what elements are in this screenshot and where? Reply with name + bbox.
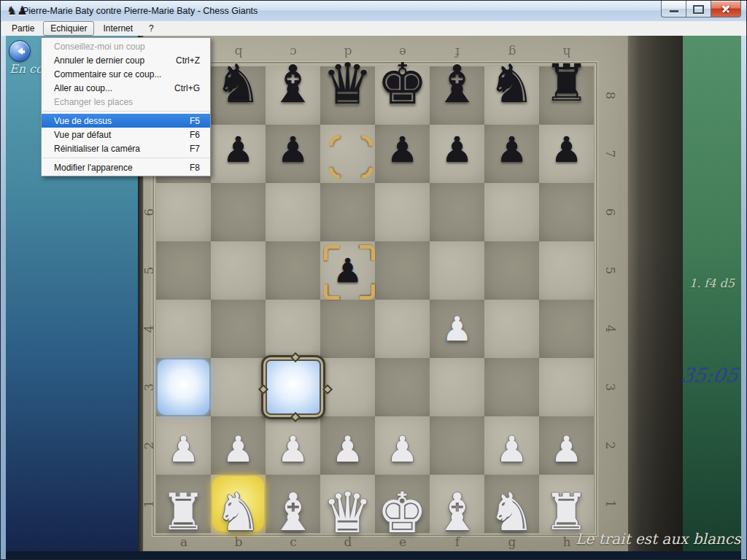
close-button[interactable]	[711, 1, 741, 18]
caption-buttons	[661, 1, 741, 17]
menu-item-shortcut: F6	[190, 130, 200, 140]
menu-item-vue-par-defaut[interactable]: Vue par défautF6	[42, 128, 210, 141]
menu-item-echanger-les-places: Echanger les places	[42, 95, 210, 109]
piece-black-pawn-d5[interactable]: ♟	[320, 241, 375, 300]
title-bar[interactable]: ♞♟ Pierre-Marie Baty contre Pierre-Marie…	[1, 1, 746, 22]
menu-item-aller-au-coup[interactable]: Aller au coup...Ctrl+G	[42, 81, 210, 95]
piece-black-pawn-h7[interactable]: ♟	[538, 119, 596, 181]
hovered-move-square-frame-c3[interactable]	[261, 355, 325, 419]
piece-white-pawn-b2[interactable]: ♟	[209, 419, 268, 481]
square-a6[interactable]	[156, 183, 211, 241]
window-border-left	[1, 21, 6, 560]
square-c6[interactable]	[266, 183, 320, 241]
square-e6[interactable]	[375, 183, 430, 241]
square-b5[interactable]	[211, 241, 266, 300]
square-c4[interactable]	[266, 300, 320, 358]
piece-black-pawn-e7[interactable]: ♟	[374, 119, 432, 181]
menu-separator	[42, 111, 209, 112]
piece-black-pawn-c7[interactable]: ♟	[264, 119, 322, 181]
square-h3[interactable]	[539, 358, 594, 416]
square-b4[interactable]	[211, 300, 266, 358]
menubar-item-internet[interactable]: Internet	[96, 21, 140, 36]
menu-item-label: Réinitialiser la caméra	[54, 144, 177, 154]
menu-item-commentaire-sur-ce-coup[interactable]: Commentaire sur ce coup...	[42, 67, 210, 81]
menu-item-vue-de-dessus[interactable]: Vue de dessusF5	[42, 114, 210, 128]
piece-white-pawn-c2[interactable]: ♟	[264, 419, 322, 481]
rank-label-right-2: 2	[602, 437, 619, 454]
piece-black-pawn-g7[interactable]: ♟	[483, 119, 541, 181]
square-e5[interactable]	[375, 241, 430, 300]
menu-item-label: Commentaire sur ce coup...	[54, 69, 187, 79]
piece-white-pawn-f4[interactable]: ♟	[430, 300, 484, 358]
square-h6[interactable]	[539, 183, 594, 241]
square-d6[interactable]	[320, 183, 375, 241]
square-a4[interactable]	[156, 300, 211, 358]
minimize-icon	[670, 10, 678, 12]
menu-item-label: Aller au coup...	[54, 83, 161, 93]
square-b6[interactable]	[211, 183, 266, 241]
menubar-item-echiquier[interactable]: Echiquier	[43, 21, 94, 36]
menu-item-conseillez-moi-un-coup: Conseillez-moi un coup	[42, 39, 210, 53]
rank-label-right-7: 7	[602, 145, 619, 163]
back-arrow-icon-bar	[19, 50, 25, 53]
window-title: Pierre-Marie Baty contre Pierre-Marie Ba…	[23, 6, 258, 16]
square-g5[interactable]	[484, 241, 539, 300]
maximize-icon	[693, 5, 704, 14]
rank-label-right-6: 6	[602, 203, 619, 221]
rank-label-left-4: 4	[140, 320, 158, 338]
menu-item-reinitialiser-la-camera[interactable]: Réinitialiser la caméraF7	[42, 141, 210, 155]
menubar-item-aide[interactable]: ?	[142, 21, 161, 36]
menu-bar: PartieEchiquierInternet?	[1, 21, 747, 36]
square-f6[interactable]	[430, 183, 484, 241]
menu-item-label: Modifier l'apparence	[54, 163, 177, 173]
menubar-item-partie[interactable]: Partie	[4, 21, 42, 36]
piece-black-pawn-f7[interactable]: ♟	[428, 119, 487, 181]
square-d4[interactable]	[320, 300, 375, 358]
square-h5[interactable]	[539, 241, 594, 300]
app-window: aabbccddeeffgghh1122334455667788♜♞♝♛♚♝♞♜…	[0, 0, 747, 560]
square-h4[interactable]	[539, 300, 594, 358]
rank-label-left-5: 5	[140, 262, 158, 279]
piece-white-rook-h1[interactable]: ♜	[532, 475, 602, 550]
menu-item-shortcut: F7	[190, 144, 200, 154]
close-icon	[721, 4, 731, 14]
piece-white-pawn-h2[interactable]: ♟	[538, 419, 596, 481]
minimize-button[interactable]	[661, 1, 686, 18]
rank-label-right-5: 5	[602, 262, 619, 279]
square-e3[interactable]	[375, 358, 430, 416]
piece-white-pawn-g2[interactable]: ♟	[483, 419, 541, 481]
menu-item-shortcut: Ctrl+Z	[176, 55, 200, 66]
piece-white-pawn-d2[interactable]: ♟	[319, 419, 377, 481]
menu-item-label: Echanger les places	[54, 97, 187, 107]
square-g4[interactable]	[484, 300, 539, 358]
piece-black-rook-h8[interactable]: ♜	[531, 46, 603, 122]
square-g6[interactable]	[484, 183, 539, 241]
menu-item-label: Conseillez-moi un coup	[54, 42, 187, 52]
square-c5[interactable]	[266, 241, 320, 300]
rank-label-left-6: 6	[140, 203, 158, 221]
back-button[interactable]	[9, 40, 31, 62]
square-b3[interactable]	[211, 358, 266, 416]
piece-black-pawn-b7[interactable]: ♟	[209, 119, 268, 181]
rank-label-right-1: 1	[602, 495, 619, 513]
menu-item-annuler-le-dernier-coup[interactable]: Annuler le dernier coupCtrl+Z	[42, 53, 210, 67]
menu-item-shortcut: F8	[190, 163, 200, 173]
piece-white-pawn-a2[interactable]: ♟	[155, 419, 213, 481]
piece-white-pawn-e2[interactable]: ♟	[374, 419, 432, 481]
menu-item-shortcut: Ctrl+G	[174, 83, 200, 93]
square-g3[interactable]	[484, 358, 539, 416]
legal-move-square-highlight-a3[interactable]	[158, 359, 209, 415]
rank-label-right-3: 3	[602, 378, 619, 396]
square-a5[interactable]	[156, 241, 211, 300]
square-f3[interactable]	[430, 358, 484, 416]
square-e4[interactable]	[375, 300, 430, 358]
dropdown-menu: Conseillez-moi un coupAnnuler le dernier…	[41, 37, 211, 176]
square-f5[interactable]	[430, 241, 484, 300]
square-f2[interactable]	[430, 416, 484, 475]
rank-label-left-3: 3	[140, 378, 158, 396]
maximize-button[interactable]	[686, 1, 711, 18]
rank-label-right-4: 4	[602, 320, 619, 338]
menu-item-modifier-l-apparence[interactable]: Modifier l'apparenceF8	[42, 160, 210, 174]
menu-item-label: Vue de dessus	[54, 116, 177, 126]
background-right-gradient	[683, 36, 743, 551]
